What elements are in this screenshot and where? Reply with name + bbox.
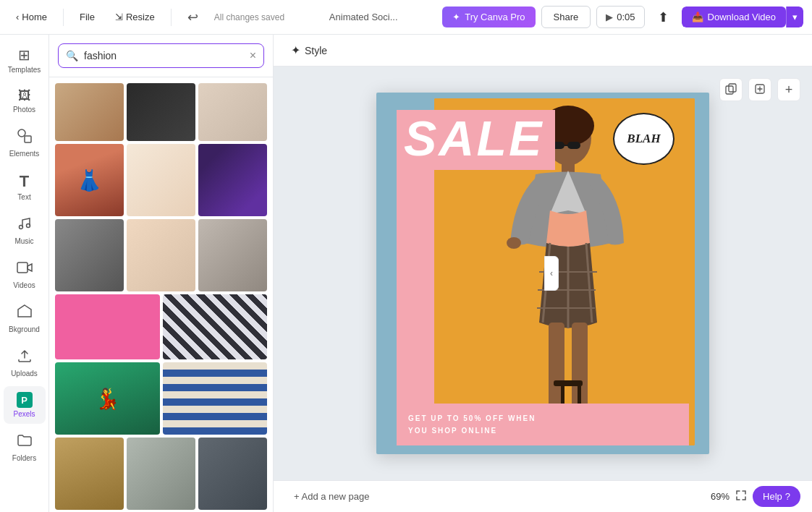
sidebar-item-elements[interactable]: Elements <box>4 122 46 163</box>
music-label: Music <box>14 237 33 245</box>
play-time: 0:05 <box>617 12 635 22</box>
sidebar-item-videos[interactable]: Videos <box>4 254 46 295</box>
grid-row: 👗 <box>55 144 267 216</box>
chevron-left-icon: ‹ <box>16 12 19 22</box>
sidebar-item-music[interactable]: Music <box>4 210 46 251</box>
pexels-icon: P <box>17 392 33 408</box>
videos-label: Videos <box>13 281 35 289</box>
sidebar-item-photos[interactable]: 🖼 Photos <box>4 82 46 119</box>
list-item[interactable] <box>198 438 267 510</box>
svg-rect-1 <box>25 136 31 142</box>
music-icon <box>17 216 33 235</box>
sidebar-item-templates[interactable]: ⊞ Templates <box>4 40 46 80</box>
undo-button[interactable]: ↩ <box>180 5 206 30</box>
list-item[interactable]: 💃 <box>55 362 160 435</box>
duplicate-icon <box>754 83 766 97</box>
canvas-workspace: + <box>274 67 812 480</box>
nav-divider-1 <box>63 9 64 26</box>
share-button[interactable]: Share <box>541 6 591 28</box>
home-button[interactable]: ‹ Home <box>9 7 54 27</box>
bubble-text: BLAH <box>627 132 660 146</box>
list-item[interactable] <box>55 438 124 510</box>
uploads-icon <box>17 348 33 367</box>
templates-label: Templates <box>8 66 41 74</box>
help-button[interactable]: Help ? <box>753 486 800 507</box>
publish-icon: ⬆ <box>658 9 669 25</box>
svg-point-3 <box>26 224 30 228</box>
list-item[interactable] <box>127 144 195 216</box>
duplicate-button[interactable] <box>748 78 771 101</box>
bottom-promo-bar: GET UP TO 50% OFF WHEN YOU SHOP ONLINE <box>397 404 689 445</box>
svg-point-0 <box>18 129 25 137</box>
chevron-left-icon: ‹ <box>550 268 553 278</box>
promo-line2: YOU SHOP ONLINE <box>408 427 497 435</box>
main-content: ⊞ Templates 🖼 Photos Elements T Text Mus… <box>0 35 812 512</box>
add-page-canvas-button[interactable]: + <box>777 78 800 101</box>
style-sparkle-icon: ✦ <box>291 43 300 57</box>
search-bar: 🔍 × <box>49 35 273 77</box>
sidebar-item-background[interactable]: Bkground <box>4 298 46 339</box>
play-icon: ▶ <box>606 12 613 22</box>
list-item[interactable] <box>163 362 268 435</box>
list-item[interactable] <box>127 438 195 510</box>
file-label: File <box>80 12 95 22</box>
search-input-wrap[interactable]: 🔍 × <box>58 43 264 68</box>
file-button[interactable]: File <box>72 7 102 27</box>
list-item[interactable]: 👗 <box>55 144 124 216</box>
resize-icon: ⇲ <box>115 12 123 22</box>
navbar: ‹ Home File ⇲ Resize ↩ All changes saved… <box>0 0 812 35</box>
grid-row: 💃 <box>55 362 267 435</box>
text-icon: T <box>20 172 29 191</box>
help-icon: ? <box>785 491 790 502</box>
clear-search-icon[interactable]: × <box>250 49 256 62</box>
nav-divider-2 <box>171 9 172 26</box>
list-item[interactable] <box>198 219 267 291</box>
help-label: Help <box>763 491 782 502</box>
style-label: Style <box>305 45 327 56</box>
svg-rect-6 <box>726 86 733 94</box>
download-group: 📥 Download Video ▾ <box>682 7 803 27</box>
copy-frame-button[interactable] <box>719 78 743 101</box>
list-item[interactable] <box>55 294 160 359</box>
bottom-bar: + Add a new page 69% Help ? <box>274 480 812 512</box>
sidebar-item-pexels[interactable]: P Pexels <box>4 386 46 424</box>
grid-row <box>55 438 267 510</box>
style-button[interactable]: ✦ Style <box>285 40 333 60</box>
list-item[interactable] <box>55 83 124 141</box>
download-dropdown-button[interactable]: ▾ <box>786 7 803 27</box>
folders-icon <box>17 432 33 452</box>
templates-icon: ⊞ <box>18 46 30 64</box>
collapse-panel-button[interactable]: ‹ <box>544 256 559 291</box>
icon-sidebar: ⊞ Templates 🖼 Photos Elements T Text Mus… <box>0 35 49 512</box>
pexels-label: Pexels <box>13 410 35 418</box>
nav-right-actions: ✦ Try Canva Pro Share ▶ 0:05 ⬆ 📥 Downloa… <box>442 5 803 30</box>
save-status: All changes saved <box>214 12 284 22</box>
list-item[interactable] <box>55 219 124 291</box>
svg-point-2 <box>19 226 22 229</box>
resize-button[interactable]: ⇲ Resize <box>108 7 162 27</box>
copy-frame-icon <box>725 83 737 97</box>
list-item[interactable] <box>127 83 195 141</box>
sidebar-item-folders[interactable]: Folders <box>4 427 46 468</box>
zoom-expand-icon[interactable] <box>735 490 747 504</box>
chevron-down-icon: ▾ <box>792 12 798 22</box>
list-item[interactable] <box>198 83 267 141</box>
folders-label: Folders <box>12 454 36 462</box>
svg-rect-7 <box>729 84 736 92</box>
publish-icon-button[interactable]: ⬆ <box>651 5 676 30</box>
add-new-page-button[interactable]: + Add a new page <box>285 487 378 506</box>
search-input[interactable] <box>84 50 244 61</box>
sidebar-item-text[interactable]: T Text <box>4 166 46 207</box>
list-item[interactable] <box>127 219 195 291</box>
share-label: Share <box>554 12 579 22</box>
list-item[interactable] <box>198 144 267 216</box>
sidebar-item-uploads[interactable]: Uploads <box>4 342 46 383</box>
canvas-actions: + <box>719 78 800 101</box>
play-button[interactable]: ▶ 0:05 <box>596 6 644 28</box>
home-label: Home <box>22 12 47 22</box>
try-canva-pro-button[interactable]: ✦ Try Canva Pro <box>442 7 535 27</box>
list-item[interactable] <box>163 294 268 359</box>
svg-point-26 <box>507 237 521 249</box>
grid-row <box>55 83 267 141</box>
download-video-button[interactable]: 📥 Download Video <box>682 7 786 27</box>
